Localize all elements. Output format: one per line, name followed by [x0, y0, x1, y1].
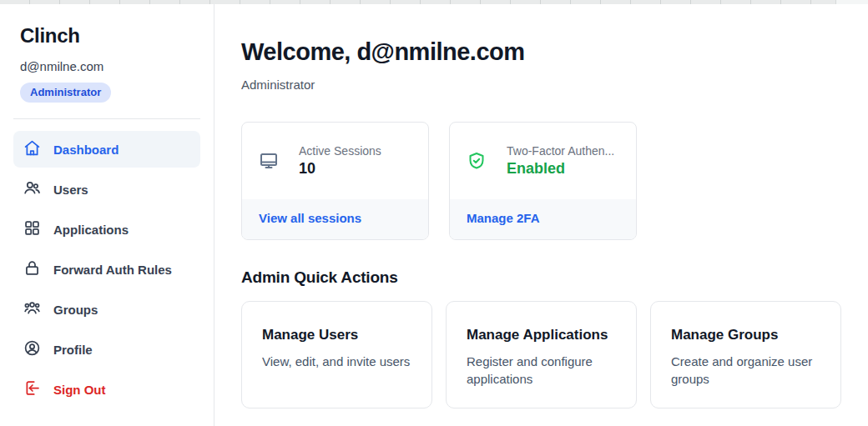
manage-applications-card[interactable]: Manage Applications Register and configu…: [446, 301, 637, 408]
role-subtitle: Administrator: [241, 78, 841, 92]
shield-check-icon: [467, 151, 487, 171]
grid-icon: [23, 219, 41, 239]
action-card-title: Manage Applications: [467, 327, 616, 343]
monitor-icon: [259, 151, 279, 171]
sidebar-item-dashboard[interactable]: Dashboard: [13, 131, 200, 168]
two-factor-card-body: Two-Factor Authen... Enabled: [450, 123, 636, 199]
stat-label: Active Sessions: [299, 144, 381, 158]
stat-text: Active Sessions 10: [299, 144, 381, 178]
action-card-description: Create and organize user groups: [671, 353, 820, 388]
browser-tab-strip: [0, 0, 868, 4]
sidebar-item-groups[interactable]: Groups: [13, 291, 200, 328]
sidebar-item-label: Applications: [53, 223, 129, 237]
action-card-description: View, edit, and invite users: [262, 353, 411, 370]
lock-icon: [23, 259, 41, 279]
profile-icon: [23, 339, 41, 359]
manage-users-card[interactable]: Manage Users View, edit, and invite user…: [241, 301, 432, 408]
sidebar-item-label: Groups: [53, 303, 98, 317]
sidebar-item-sign-out[interactable]: Sign Out: [13, 371, 200, 408]
active-sessions-card: Active Sessions 10 View all sessions: [241, 122, 429, 240]
active-sessions-card-body: Active Sessions 10: [242, 123, 428, 199]
users-icon: [23, 179, 41, 199]
manage-groups-card[interactable]: Manage Groups Create and organize user g…: [650, 301, 841, 408]
view-all-sessions-link[interactable]: View all sessions: [242, 199, 428, 239]
quick-actions-heading: Admin Quick Actions: [241, 268, 841, 287]
role-badge: Administrator: [20, 83, 111, 103]
stat-value: Enabled: [507, 160, 614, 178]
app-title: Clinch: [20, 24, 194, 48]
action-card-title: Manage Groups: [671, 327, 820, 343]
sidebar-item-forward-auth-rules[interactable]: Forward Auth Rules: [13, 251, 200, 288]
sidebar-item-label: Dashboard: [53, 143, 119, 157]
sidebar-item-profile[interactable]: Profile: [13, 331, 200, 368]
app-shell: Clinch d@nmilne.com Administrator Dashbo…: [0, 4, 868, 426]
main-content: Welcome, d@nmilne.com Administrator Acti…: [214, 4, 868, 426]
manage-2fa-link[interactable]: Manage 2FA: [450, 199, 636, 239]
page-title: Welcome, d@nmilne.com: [241, 38, 841, 66]
stat-text: Two-Factor Authen... Enabled: [507, 144, 614, 178]
sidebar-divider: [13, 118, 200, 119]
two-factor-card: Two-Factor Authen... Enabled Manage 2FA: [449, 122, 637, 240]
stat-label: Two-Factor Authen...: [507, 144, 614, 158]
user-email: d@nmilne.com: [20, 59, 194, 73]
sidebar-item-label: Forward Auth Rules: [53, 263, 172, 277]
sidebar-item-label: Users: [53, 183, 88, 197]
quick-action-row: Manage Users View, edit, and invite user…: [241, 301, 841, 408]
home-icon: [23, 139, 41, 159]
action-card-description: Register and configure applications: [467, 353, 616, 388]
sidebar-nav: Dashboard Users Applications Forward Aut…: [13, 131, 200, 408]
sidebar-item-label: Sign Out: [53, 383, 106, 397]
sidebar: Clinch d@nmilne.com Administrator Dashbo…: [0, 4, 214, 426]
stat-value: 10: [299, 160, 381, 178]
sidebar-item-users[interactable]: Users: [13, 171, 200, 208]
groups-icon: [23, 299, 41, 319]
action-card-title: Manage Users: [262, 327, 411, 343]
sidebar-item-label: Profile: [53, 343, 93, 357]
sign-out-icon: [23, 379, 41, 399]
sidebar-item-applications[interactable]: Applications: [13, 211, 200, 248]
stat-card-row: Active Sessions 10 View all sessions Two…: [241, 122, 841, 240]
